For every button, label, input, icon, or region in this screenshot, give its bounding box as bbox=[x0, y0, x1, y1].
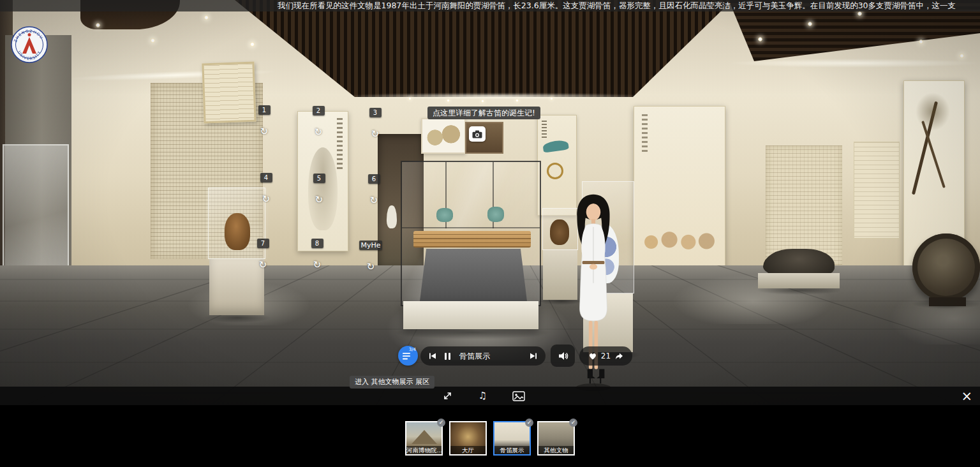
thumbnail-flute-exhibit[interactable]: 骨笛展示 ✓ bbox=[493, 421, 531, 456]
close-button[interactable]: × bbox=[961, 387, 972, 405]
case-relic-2 bbox=[487, 207, 504, 222]
thumbnail-label: 大厅 bbox=[450, 446, 486, 454]
scene-thumbnail-strip: 河南博物院... ✓ 大厅 ✓ 骨笛展示 ✓ 其他文物 ✓ bbox=[0, 405, 980, 467]
viewer-toolbar: ♫ × bbox=[0, 387, 980, 405]
background-music-button[interactable]: ♫ bbox=[479, 391, 487, 401]
thumbnail-label: 其他文物 bbox=[538, 446, 574, 454]
rotate-icon[interactable]: ↻ bbox=[260, 127, 269, 137]
hotspot-number: 4 bbox=[260, 173, 272, 182]
hotspot-8[interactable]: 8 ↻ bbox=[306, 239, 328, 270]
toolbar-icon-group: ♫ bbox=[442, 387, 525, 405]
case-sloped-panel bbox=[420, 249, 527, 301]
niche-vase bbox=[387, 205, 397, 228]
track-title: 骨笛展示 bbox=[459, 351, 522, 362]
scroll-title-calligraphy bbox=[642, 114, 648, 154]
rotate-icon[interactable]: ↻ bbox=[315, 195, 323, 205]
virtual-museum-app: 1 ↻ 2 ↻ 3 ↻ 4 ↻ 5 ↻ 6 ↻ 7 ↻ 8 ↻ MyHe ↻ 点… bbox=[0, 0, 980, 467]
share-button[interactable] bbox=[614, 352, 623, 360]
volume-button[interactable] bbox=[551, 345, 575, 367]
rotate-icon[interactable]: ↻ bbox=[313, 260, 322, 270]
case-relic bbox=[436, 208, 453, 222]
framed-picture-artifacts bbox=[421, 118, 466, 154]
ceiling-spotlight bbox=[96, 23, 100, 27]
track-spotlight bbox=[408, 97, 412, 100]
scroll-calligraphy bbox=[337, 118, 343, 172]
narration-text: 我们现在所看见的这件文物是1987年出土于河南舞阳的贾湖骨笛，长23.6厘米。这… bbox=[0, 0, 956, 11]
rotate-icon[interactable]: ↻ bbox=[370, 196, 378, 205]
flute-case-base bbox=[403, 301, 538, 329]
bronze-artifact bbox=[225, 213, 250, 250]
ceiling-spotlight bbox=[960, 54, 964, 58]
check-badge: ✓ bbox=[437, 419, 445, 427]
hotspot-6[interactable]: 6 ↻ bbox=[363, 174, 385, 205]
scene-gallery-button[interactable] bbox=[512, 391, 525, 401]
right-small-panel bbox=[854, 142, 900, 239]
thumbnail-label: 骨笛展示 bbox=[494, 446, 530, 454]
heart-icon bbox=[588, 352, 597, 360]
camera-icon bbox=[471, 130, 483, 139]
hotspot-5[interactable]: 5 ↻ bbox=[308, 174, 330, 205]
speaker-icon bbox=[557, 350, 569, 362]
thumbnail-other-relics[interactable]: 其他文物 ✓ bbox=[537, 421, 575, 456]
hotspot-2[interactable]: 2 ↻ bbox=[308, 106, 329, 137]
track-spotlight bbox=[550, 97, 553, 100]
like-button[interactable] bbox=[588, 352, 597, 360]
rotate-icon[interactable]: ↻ bbox=[371, 130, 380, 139]
track-spotlight bbox=[447, 99, 450, 102]
narration-ticker: 我们现在所看见的这件文物是1987年出土于河南舞阳的贾湖骨笛，长23.6厘米。这… bbox=[0, 0, 980, 11]
hotspot-3[interactable]: 3 ↻ bbox=[364, 108, 386, 139]
pause-icon bbox=[444, 352, 451, 360]
thumbnail-hall[interactable]: 大厅 ✓ bbox=[449, 421, 487, 456]
hotspot-7[interactable]: 7 ↻ bbox=[252, 239, 274, 270]
check-badge: ✓ bbox=[525, 419, 533, 427]
mural-wheel bbox=[547, 163, 563, 179]
rotate-icon[interactable]: ↻ bbox=[315, 128, 323, 137]
previous-track-icon bbox=[428, 352, 437, 360]
rotate-icon[interactable]: ↻ bbox=[367, 262, 375, 272]
hotspot-1[interactable]: 1 ↻ bbox=[253, 105, 275, 137]
thumbnail-label: 河南博物院... bbox=[406, 446, 442, 454]
hotspot-label: MyHe bbox=[359, 241, 382, 250]
right-large-scroll bbox=[634, 106, 725, 268]
left-foreground-case-glass bbox=[3, 144, 69, 267]
like-count: 21 bbox=[601, 352, 611, 360]
playlist-button[interactable]: 3/4 bbox=[398, 346, 418, 366]
round-woven-sculpture bbox=[912, 234, 980, 301]
round-sculpture-stand bbox=[929, 297, 966, 306]
hotspot-number: 3 bbox=[369, 108, 382, 117]
enter-zone-tooltip: 进入 其他文物展示 展区 bbox=[350, 376, 434, 389]
previous-track-button[interactable] bbox=[428, 352, 437, 360]
tree-foliage bbox=[916, 93, 950, 131]
playlist-icon bbox=[403, 353, 412, 360]
scroll-figures-painting bbox=[639, 214, 718, 261]
track-spotlight bbox=[481, 100, 484, 103]
camera-button[interactable] bbox=[469, 126, 486, 142]
playlist-position: 3/4 bbox=[409, 348, 416, 352]
hotspot-number: 7 bbox=[257, 239, 269, 248]
fullscreen-button[interactable] bbox=[442, 390, 453, 401]
rotate-icon[interactable]: ↻ bbox=[262, 195, 271, 204]
flute-story-tooltip: 点这里详细了解古笛的诞生记! bbox=[427, 107, 540, 119]
pause-button[interactable] bbox=[444, 352, 451, 360]
rotate-icon[interactable]: ↻ bbox=[259, 260, 267, 270]
audio-player-bar: 骨笛展示 bbox=[420, 346, 546, 366]
zhengzhou-university-logo: ZHENGZHOU UNIVERSITY bbox=[10, 26, 48, 64]
ceiling-spotlight bbox=[151, 38, 155, 43]
mural-calligraphy bbox=[542, 121, 547, 140]
check-badge: ✓ bbox=[569, 419, 577, 427]
ceiling-spotlight bbox=[204, 15, 209, 20]
framed-document bbox=[202, 62, 256, 124]
sculpture-base bbox=[758, 273, 840, 288]
hotspot-number: 1 bbox=[258, 105, 271, 115]
ceiling-spotlight bbox=[808, 22, 812, 26]
thumbnail-henan-museum[interactable]: 河南博物院... ✓ bbox=[405, 421, 443, 456]
mural-canopy bbox=[542, 139, 569, 152]
ceiling-spotlight bbox=[919, 40, 923, 44]
fullscreen-icon bbox=[442, 390, 453, 401]
hotspot-4[interactable]: 4 ↻ bbox=[255, 173, 277, 204]
image-icon bbox=[512, 391, 525, 401]
next-track-button[interactable] bbox=[529, 352, 538, 360]
hotspot-myhe[interactable]: MyHe ↻ bbox=[357, 241, 385, 272]
hotspot-number: 8 bbox=[311, 239, 323, 248]
ceiling-rim-light bbox=[348, 93, 641, 100]
